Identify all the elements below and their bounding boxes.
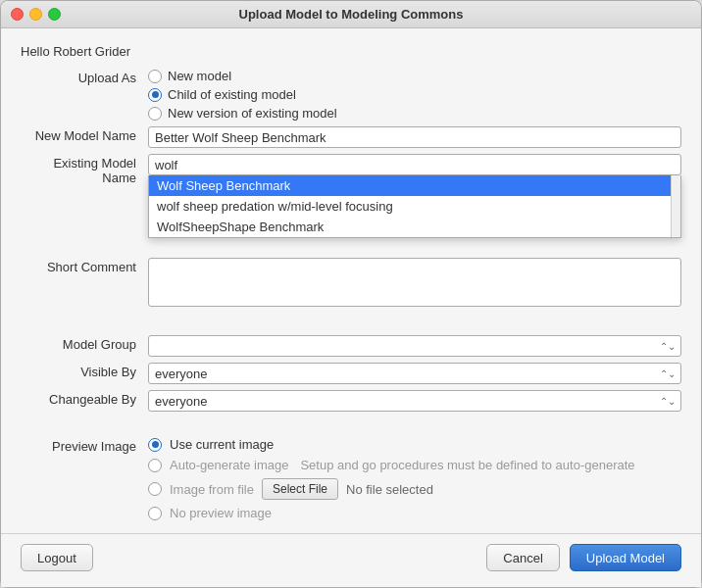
maximize-button[interactable] xyxy=(48,8,61,21)
visible-by-row: Visible By everyone ⌃⌄ xyxy=(21,363,681,384)
existing-model-name-wrapper: Wolf Sheep Benchmark wolf sheep predatio… xyxy=(148,154,681,175)
radio-new-model[interactable]: New model xyxy=(148,69,337,83)
short-comment-input[interactable] xyxy=(148,258,681,307)
dropdown-scrollbar[interactable] xyxy=(671,175,680,237)
visible-by-label: Visible By xyxy=(21,363,148,379)
preview-use-current-label: Use current image xyxy=(170,437,274,452)
select-file-button[interactable]: Select File xyxy=(262,478,338,500)
main-window: Upload Model to Modeling Commons Hello R… xyxy=(0,0,702,588)
traffic-lights xyxy=(11,8,61,21)
new-model-name-row: New Model Name xyxy=(21,126,681,148)
minimize-button[interactable] xyxy=(29,8,42,21)
upload-as-radio-group: New model Child of existing model New ve… xyxy=(148,69,337,121)
logout-button[interactable]: Logout xyxy=(21,544,93,571)
preview-auto-generate-circle xyxy=(148,459,162,472)
no-file-selected-label: No file selected xyxy=(346,482,433,497)
preview-no-preview-label: No preview image xyxy=(170,506,272,520)
radio-new-model-label: New model xyxy=(168,69,231,83)
preview-from-file: Image from file Select File No file sele… xyxy=(148,478,635,500)
new-model-name-input[interactable] xyxy=(148,126,681,148)
titlebar: Upload Model to Modeling Commons xyxy=(1,1,701,28)
new-model-name-label: New Model Name xyxy=(21,126,148,143)
dropdown-item-1[interactable]: wolf sheep predation w/mid-level focusin… xyxy=(149,196,680,217)
radio-new-version-circle xyxy=(148,107,162,121)
radio-new-model-circle xyxy=(148,70,162,83)
preview-auto-generate: Auto-generate image Setup and go procedu… xyxy=(148,458,635,472)
radio-new-version-label: New version of existing model xyxy=(168,106,337,121)
changeable-by-select[interactable]: everyone xyxy=(148,390,681,412)
preview-auto-generate-note: Setup and go procedures must be defined … xyxy=(300,458,634,472)
preview-no-preview: No preview image xyxy=(148,506,635,520)
preview-no-preview-circle xyxy=(148,507,162,520)
autocomplete-dropdown: Wolf Sheep Benchmark wolf sheep predatio… xyxy=(148,175,681,238)
model-group-select[interactable] xyxy=(148,335,681,357)
preview-use-current-circle xyxy=(148,438,162,452)
radio-new-version[interactable]: New version of existing model xyxy=(148,106,337,121)
new-model-name-wrapper xyxy=(148,126,681,148)
changeable-by-label: Changeable By xyxy=(21,390,148,407)
content-area: Hello Robert Grider Upload As New model … xyxy=(1,28,701,533)
preview-use-current[interactable]: Use current image xyxy=(148,437,635,452)
radio-child-of-existing-label: Child of existing model xyxy=(168,87,296,102)
upload-as-label: Upload As xyxy=(21,69,148,85)
visible-by-select[interactable]: everyone xyxy=(148,363,681,384)
preview-options-group: Use current image Auto-generate image Se… xyxy=(148,437,635,520)
preview-image-row: Preview Image Use current image Auto-gen… xyxy=(21,437,681,520)
window-title: Upload Model to Modeling Commons xyxy=(239,7,464,22)
cancel-button[interactable]: Cancel xyxy=(486,544,559,571)
upload-model-button[interactable]: Upload Model xyxy=(570,544,681,571)
upload-as-row: Upload As New model Child of existing mo… xyxy=(21,69,681,121)
dropdown-item-2[interactable]: WolfSheepShape Benchmark xyxy=(149,217,680,237)
greeting-text: Hello Robert Grider xyxy=(21,44,681,59)
changeable-by-wrapper: everyone ⌃⌄ xyxy=(148,390,681,412)
model-group-label: Model Group xyxy=(21,335,148,352)
changeable-by-row: Changeable By everyone ⌃⌄ xyxy=(21,390,681,412)
model-group-row: Model Group ⌃⌄ xyxy=(21,335,681,357)
existing-model-name-label: Existing Model Name xyxy=(21,154,148,185)
existing-model-name-input[interactable] xyxy=(148,154,681,175)
short-comment-label: Short Comment xyxy=(21,258,148,274)
close-button[interactable] xyxy=(11,8,24,21)
footer-right-buttons: Cancel Upload Model xyxy=(486,544,681,571)
preview-image-label: Preview Image xyxy=(21,437,148,454)
short-comment-wrapper xyxy=(148,258,681,310)
visible-by-wrapper: everyone ⌃⌄ xyxy=(148,363,681,384)
short-comment-row: Short Comment xyxy=(21,258,681,310)
radio-child-of-existing-circle xyxy=(148,88,162,102)
radio-selected-dot xyxy=(152,91,159,98)
preview-from-file-circle xyxy=(148,482,162,496)
preview-auto-generate-label: Auto-generate image xyxy=(170,458,288,472)
preview-use-current-dot xyxy=(152,441,159,448)
preview-from-file-label: Image from file xyxy=(170,482,254,497)
footer: Logout Cancel Upload Model xyxy=(1,533,701,587)
model-group-wrapper: ⌃⌄ xyxy=(148,335,681,357)
dropdown-item-0[interactable]: Wolf Sheep Benchmark xyxy=(149,175,680,196)
existing-model-name-row: Existing Model Name Wolf Sheep Benchmark… xyxy=(21,154,681,185)
radio-child-of-existing[interactable]: Child of existing model xyxy=(148,87,337,102)
